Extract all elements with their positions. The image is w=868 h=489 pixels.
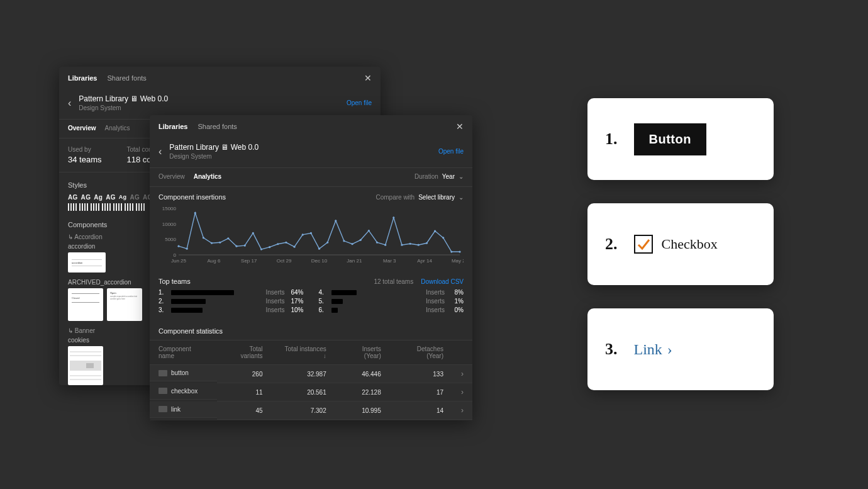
table-row[interactable]: accordion 206.01010.76971 › <box>150 420 472 421</box>
svg-point-50 <box>269 246 270 248</box>
chevron-right-icon: › <box>461 369 464 378</box>
svg-point-72 <box>450 250 452 252</box>
svg-point-62 <box>368 230 370 232</box>
svg-rect-6 <box>84 203 86 211</box>
check-icon <box>637 237 650 251</box>
table-row[interactable]: link 457.30210.99514 › <box>150 402 472 420</box>
col-instances[interactable]: Total instances ↓ <box>272 340 335 365</box>
subtab-analytics[interactable]: Analytics <box>104 125 130 132</box>
accordion-thumbnail[interactable]: accordion <box>68 252 106 273</box>
svg-point-45 <box>227 237 229 239</box>
svg-point-47 <box>244 245 246 247</box>
team-row: 5. Inserts1% <box>319 298 464 305</box>
svg-point-44 <box>219 242 221 244</box>
team-row: 6. Inserts0% <box>319 306 464 313</box>
svg-text:Aug 6: Aug 6 <box>207 258 220 264</box>
tab-shared-fonts[interactable]: Shared fonts <box>107 74 146 82</box>
svg-point-51 <box>277 243 279 245</box>
svg-rect-10 <box>96 203 97 211</box>
rank-number: 1. <box>605 130 618 149</box>
svg-rect-26 <box>141 203 142 211</box>
svg-rect-29 <box>86 363 94 368</box>
table-row[interactable]: checkbox 1120.56122.12817 › <box>150 383 472 402</box>
archived-accordion-thumb-1[interactable]: Closed <box>68 288 103 321</box>
svg-text:Jan 21: Jan 21 <box>347 258 362 264</box>
svg-rect-21 <box>127 203 128 211</box>
close-icon[interactable]: ✕ <box>364 73 372 83</box>
svg-point-60 <box>351 243 353 245</box>
compare-dropdown[interactable]: Compare with Select library ⌄ <box>376 194 464 201</box>
top-teams-heading: Top teams <box>159 278 191 285</box>
link-demo[interactable]: Link › <box>634 341 672 358</box>
svg-point-39 <box>177 245 179 247</box>
back-chevron-icon[interactable]: ‹ <box>159 147 162 157</box>
svg-rect-2 <box>73 203 74 211</box>
library-subtitle: Design System <box>169 153 438 160</box>
chevron-right-icon: › <box>667 341 672 358</box>
col-inserts[interactable]: Inserts (Year) <box>335 340 390 365</box>
tab-libraries[interactable]: Libraries <box>68 74 97 82</box>
subtab-overview[interactable]: Overview <box>68 125 96 132</box>
svg-rect-20 <box>125 203 126 211</box>
checkbox-demo[interactable] <box>634 235 653 254</box>
svg-point-64 <box>384 244 386 246</box>
svg-rect-8 <box>91 203 92 211</box>
subtab-analytics[interactable]: Analytics <box>194 173 221 180</box>
component-thumb-icon <box>159 388 167 394</box>
svg-point-42 <box>203 237 204 239</box>
tab-libraries[interactable]: Libraries <box>159 123 187 130</box>
team-row: 4. Inserts8% <box>319 289 464 296</box>
svg-text:5000: 5000 <box>165 237 176 242</box>
svg-point-46 <box>235 245 237 247</box>
svg-point-53 <box>293 246 295 248</box>
svg-point-48 <box>252 232 254 234</box>
button-demo[interactable]: Button <box>634 123 706 155</box>
svg-point-59 <box>343 240 345 242</box>
svg-point-58 <box>335 220 337 222</box>
svg-text:Oct 29: Oct 29 <box>277 258 292 264</box>
back-chevron-icon[interactable]: ‹ <box>68 98 71 108</box>
svg-point-65 <box>392 216 394 218</box>
team-row: 3. Inserts10% <box>159 306 304 313</box>
svg-text:0: 0 <box>174 252 177 258</box>
svg-rect-11 <box>98 203 99 211</box>
library-subtitle: Design System <box>79 104 347 111</box>
col-name[interactable]: Component name <box>150 340 217 365</box>
svg-rect-17 <box>116 203 117 211</box>
team-row: 2. Inserts17% <box>159 298 304 305</box>
svg-point-56 <box>318 248 320 250</box>
teams-count: 12 total teams <box>374 278 413 285</box>
svg-rect-15 <box>109 203 111 211</box>
svg-rect-23 <box>132 203 133 211</box>
svg-point-43 <box>211 242 213 244</box>
svg-point-54 <box>302 233 304 235</box>
tab-shared-fonts[interactable]: Shared fonts <box>198 123 236 130</box>
rank-number: 3. <box>605 340 618 359</box>
close-icon[interactable]: ✕ <box>456 121 464 132</box>
open-file-link[interactable]: Open file <box>438 148 464 155</box>
open-file-link[interactable]: Open file <box>347 99 372 106</box>
banner-thumbnail[interactable] <box>68 346 103 385</box>
table-row[interactable]: button 26032.98746.446133 › <box>150 365 472 383</box>
libraries-panel-analytics: Libraries Shared fonts ✕ ‹ Pattern Libra… <box>150 115 472 420</box>
used-by-label: Used by <box>68 146 101 153</box>
component-thumb-icon <box>159 370 167 376</box>
subtab-overview[interactable]: Overview <box>159 173 185 180</box>
duration-dropdown[interactable]: Duration Year ⌄ <box>415 173 464 180</box>
svg-point-49 <box>260 249 262 250</box>
svg-rect-13 <box>104 203 106 211</box>
svg-point-61 <box>360 239 362 241</box>
svg-text:10000: 10000 <box>162 222 177 227</box>
svg-point-68 <box>418 244 420 246</box>
download-csv-link[interactable]: Download CSV <box>421 278 464 285</box>
svg-rect-3 <box>75 203 77 211</box>
svg-point-70 <box>434 230 436 232</box>
svg-rect-12 <box>102 203 103 211</box>
col-detaches[interactable]: Detaches (Year) <box>390 340 452 365</box>
svg-point-55 <box>310 232 312 234</box>
col-variants[interactable]: Total variants <box>217 340 271 365</box>
library-title: Pattern Library 🖥 Web 0.0 <box>79 94 347 103</box>
archived-accordion-thumb-2[interactable]: Open sample expanded accordion text cont… <box>107 288 142 321</box>
svg-rect-27 <box>143 203 145 211</box>
chevron-right-icon: › <box>461 388 464 396</box>
